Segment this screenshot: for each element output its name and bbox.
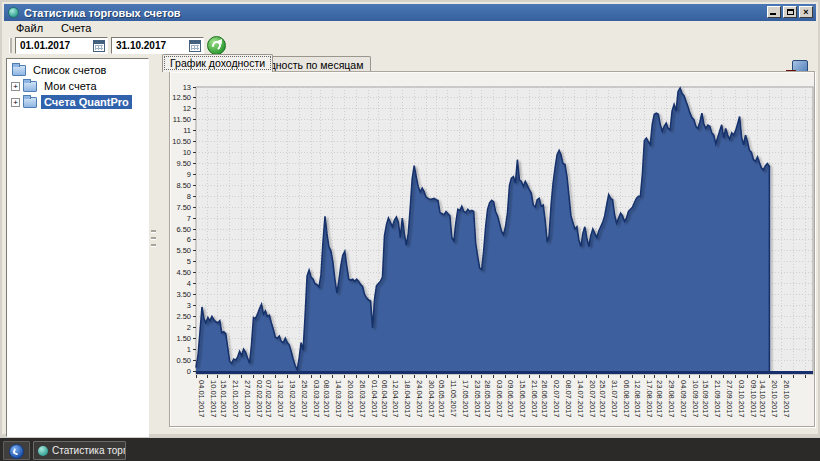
- date-to-value[interactable]: 31.10.2017: [112, 40, 189, 51]
- svg-text:08.07.2017: 08.07.2017: [564, 380, 573, 418]
- svg-text:4: 4: [187, 279, 191, 288]
- svg-text:10: 10: [183, 148, 191, 157]
- svg-text:30.04.2017: 30.04.2017: [427, 380, 436, 418]
- tab-profit-chart[interactable]: График доходности: [162, 54, 273, 72]
- svg-text:23.05.2017: 23.05.2017: [473, 380, 482, 418]
- svg-text:14.10.2017: 14.10.2017: [758, 380, 767, 418]
- svg-text:6.50: 6.50: [176, 225, 191, 234]
- svg-text:06.08.2017: 06.08.2017: [622, 380, 631, 418]
- tree-root-label[interactable]: Список счетов: [30, 63, 109, 77]
- tree-item-label[interactable]: Мои счета: [41, 79, 100, 93]
- svg-text:21.01.2017: 21.01.2017: [231, 380, 240, 418]
- svg-text:11: 11: [183, 126, 191, 135]
- restore-icon: [787, 9, 794, 15]
- svg-text:7: 7: [187, 214, 191, 223]
- svg-text:15.01.2017: 15.01.2017: [219, 380, 228, 418]
- folder-icon: [12, 65, 26, 76]
- svg-text:10.09.2017: 10.09.2017: [691, 380, 700, 418]
- svg-text:21.06.2017: 21.06.2017: [530, 380, 539, 418]
- expand-plus-icon[interactable]: +: [11, 98, 20, 107]
- app-window: Статистика торговых счетов × Файл Счета …: [0, 0, 820, 437]
- svg-text:28.05.2017: 28.05.2017: [483, 380, 492, 418]
- svg-text:03.03.2017: 03.03.2017: [312, 380, 321, 418]
- svg-text:20.07.2017: 20.07.2017: [588, 380, 597, 418]
- svg-text:26.10.2017: 26.10.2017: [782, 380, 791, 418]
- svg-text:5.50: 5.50: [176, 246, 191, 255]
- svg-text:02.02.2017: 02.02.2017: [255, 380, 264, 418]
- svg-text:12.50: 12.50: [172, 93, 191, 102]
- svg-text:9.50: 9.50: [176, 159, 191, 168]
- refresh-button[interactable]: [207, 36, 226, 55]
- date-to-field[interactable]: 31.10.2017: [111, 37, 204, 54]
- toolbar: 01.01.2017 31.10.2017: [4, 35, 816, 56]
- date-from-field[interactable]: 01.01.2017: [15, 37, 108, 54]
- expand-plus-icon[interactable]: +: [11, 82, 20, 91]
- svg-text:0.50: 0.50: [176, 356, 191, 365]
- svg-text:05.05.2017: 05.05.2017: [437, 380, 446, 418]
- svg-text:25.07.2017: 25.07.2017: [598, 380, 607, 418]
- tree-root-row[interactable]: Список счетов: [7, 62, 148, 78]
- svg-text:11.50: 11.50: [173, 115, 191, 124]
- tree-item-my-accounts[interactable]: + Мои счета: [7, 78, 148, 94]
- menu-accounts[interactable]: Счета: [59, 22, 93, 34]
- svg-text:17.05.2017: 17.05.2017: [461, 380, 470, 418]
- taskbar-app-button[interactable]: Статистика торговых ...: [33, 441, 126, 460]
- svg-text:12.08.2017: 12.08.2017: [633, 380, 642, 418]
- svg-text:1: 1: [187, 345, 191, 354]
- svg-text:21.09.2017: 21.09.2017: [713, 380, 722, 418]
- accounts-tree: Список счетов + Мои счета + Счета QuantP…: [6, 58, 149, 437]
- splitter-handle[interactable]: [151, 230, 157, 256]
- svg-text:5: 5: [187, 257, 191, 266]
- taskbar-app-label: Статистика торговых ...: [52, 445, 125, 456]
- calendar-icon[interactable]: [189, 40, 201, 52]
- svg-text:20.10.2017: 20.10.2017: [770, 380, 779, 418]
- window-title: Статистика торговых счетов: [24, 7, 181, 19]
- svg-text:29.08.2017: 29.08.2017: [667, 380, 676, 418]
- profit-chart-panel: 00.5011.5022.5033.5044.5055.5066.5077.50…: [169, 71, 815, 427]
- svg-text:15.09.2017: 15.09.2017: [701, 380, 710, 418]
- svg-text:01.04.2017: 01.04.2017: [370, 380, 379, 418]
- app-icon: [8, 7, 19, 18]
- svg-text:0: 0: [187, 367, 191, 376]
- menu-file[interactable]: Файл: [14, 22, 45, 34]
- calendar-icon[interactable]: [93, 40, 105, 52]
- svg-text:04.09.2017: 04.09.2017: [679, 380, 688, 418]
- tree-item-quantpro[interactable]: + Счета QuantPro: [7, 94, 148, 110]
- start-button[interactable]: [3, 441, 30, 460]
- tree-item-label-selected[interactable]: Счета QuantPro: [41, 95, 132, 109]
- svg-text:14.03.2017: 14.03.2017: [334, 380, 343, 418]
- svg-text:4.50: 4.50: [176, 268, 191, 277]
- svg-text:09.06.2017: 09.06.2017: [506, 380, 515, 418]
- svg-text:07.02.2017: 07.02.2017: [264, 380, 273, 418]
- restore-button[interactable]: [783, 6, 797, 18]
- svg-text:10.01.2017: 10.01.2017: [209, 380, 218, 418]
- toolbar-grip[interactable]: [9, 38, 12, 53]
- svg-text:26.06.2017: 26.06.2017: [540, 380, 549, 418]
- app-icon: [38, 446, 48, 456]
- svg-text:8.50: 8.50: [176, 181, 191, 190]
- minimize-icon: [770, 13, 776, 15]
- svg-text:26.03.2017: 26.03.2017: [358, 380, 367, 418]
- taskbar: Статистика торговых ...: [0, 437, 820, 461]
- date-from-value[interactable]: 01.01.2017: [16, 40, 93, 51]
- svg-text:6: 6: [187, 235, 191, 244]
- minimize-button[interactable]: [767, 6, 781, 18]
- refresh-arrowhead-icon: [216, 39, 223, 46]
- close-button[interactable]: ×: [799, 6, 813, 18]
- folder-icon: [23, 97, 37, 108]
- svg-text:8: 8: [187, 192, 191, 201]
- menu-bar: Файл Счета: [4, 21, 816, 35]
- svg-text:02.07.2017: 02.07.2017: [552, 380, 561, 418]
- svg-text:23.08.2017: 23.08.2017: [655, 380, 664, 418]
- svg-text:9: 9: [187, 170, 191, 179]
- profit-area-chart: 00.5011.5022.5033.5044.5055.5066.5077.50…: [170, 72, 816, 428]
- svg-text:12: 12: [183, 104, 191, 113]
- svg-text:06.04.2017: 06.04.2017: [380, 380, 389, 418]
- svg-text:7.50: 7.50: [176, 203, 191, 212]
- title-bar[interactable]: Статистика торговых счетов ×: [4, 4, 816, 21]
- svg-text:24.04.2017: 24.04.2017: [415, 380, 424, 418]
- svg-text:03.06.2017: 03.06.2017: [495, 380, 504, 418]
- svg-text:11.05.2017: 11.05.2017: [449, 380, 458, 417]
- svg-text:3: 3: [187, 301, 191, 310]
- svg-text:27.09.2017: 27.09.2017: [725, 380, 734, 418]
